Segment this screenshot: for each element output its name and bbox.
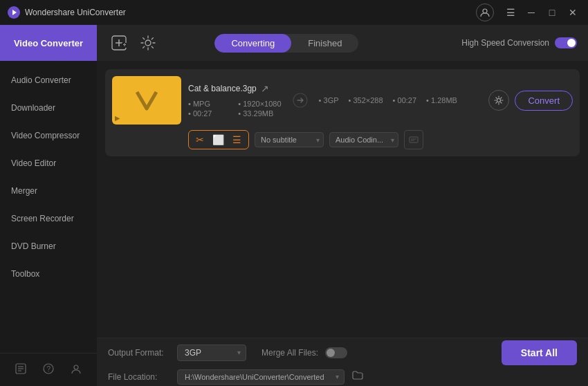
sidebar-bottom: ?	[0, 353, 97, 386]
output-format-row: Output Format: 3GP MP4 AVI Merge All Fil…	[108, 340, 577, 365]
sidebar-item-dvd-burner[interactable]: DVD Burner	[0, 232, 97, 260]
tool-btn-group: ✂ ⬜ ☰	[188, 130, 249, 149]
sidebar-header: Video Converter	[0, 25, 97, 61]
user-icon[interactable]	[476, 3, 494, 21]
filename: Cat & balance.3gp	[188, 84, 257, 93]
question-icon[interactable]: ?	[42, 362, 55, 378]
help-book-icon[interactable]	[15, 362, 27, 378]
effects-tool-button[interactable]: ☰	[230, 133, 244, 147]
target-duration: • 00:27	[393, 96, 416, 104]
settings-button[interactable]	[137, 32, 159, 54]
app-logo: Wondershare UniConverter	[7, 6, 476, 19]
file-info-target: • 3GP • 352×288 • 00:27 • 1.28MB	[319, 76, 482, 125]
file-location-label: File Location:	[108, 372, 170, 382]
tab-converting[interactable]: Converting	[214, 34, 291, 53]
output-format-select-wrapper: 3GP MP4 AVI	[177, 344, 246, 361]
sidebar: Video Converter Audio Converter Download…	[0, 25, 97, 386]
speed-toggle[interactable]	[555, 37, 577, 48]
file-location-row: File Location: H:\Wondershare\UniConvert…	[108, 369, 577, 385]
target-resolution: • 352×288	[349, 96, 383, 104]
crop-tool-button[interactable]: ⬜	[210, 133, 227, 147]
file-info-source: Cat & balance.3gp ↗ • MPG • 1920×1080 • …	[188, 76, 282, 125]
sidebar-items: Audio Converter Downloader Video Compres…	[0, 61, 97, 353]
convert-button[interactable]: Convert	[515, 91, 573, 111]
app-logo-icon	[7, 6, 21, 19]
conversion-arrow-icon	[288, 76, 312, 125]
start-all-button[interactable]: Start All	[502, 340, 577, 365]
speed-toggle-group: High Speed Conversion	[461, 37, 577, 48]
svg-point-2	[483, 9, 487, 13]
minimize-button[interactable]: ─	[523, 4, 540, 21]
file-list-area: ▶ Cat & balance.3gp ↗ • MPG • 1920×1080 …	[97, 61, 588, 338]
sidebar-item-video-compressor[interactable]: Video Compressor	[0, 122, 97, 149]
main-layout: Video Converter Audio Converter Download…	[0, 25, 588, 386]
add-file-button[interactable]	[108, 32, 130, 54]
sidebar-item-audio-converter[interactable]: Audio Converter	[0, 66, 97, 94]
external-link-icon[interactable]: ↗	[261, 83, 269, 94]
sidebar-item-screen-recorder[interactable]: Screen Recorder	[0, 205, 97, 232]
top-bar-actions	[108, 32, 159, 54]
file-name-row: Cat & balance.3gp ↗	[188, 83, 282, 94]
target-size: • 1.28MB	[426, 96, 457, 104]
sidebar-item-toolbox[interactable]: Toolbox	[0, 260, 97, 288]
svg-text:?: ?	[47, 365, 51, 373]
tab-finished[interactable]: Finished	[291, 34, 358, 53]
content-area: Converting Finished High Speed Conversio…	[97, 25, 588, 386]
settings-gear-button[interactable]	[488, 90, 509, 111]
source-format: • MPG	[188, 100, 231, 108]
output-format-label: Output Format:	[108, 348, 170, 358]
bottom-bar: Output Format: 3GP MP4 AVI Merge All Fil…	[97, 338, 588, 386]
audio-codec-select[interactable]: Audio Codin...	[329, 132, 398, 147]
browse-folder-button[interactable]	[351, 369, 364, 385]
thumb-label: ▶	[115, 115, 120, 122]
cut-tool-button[interactable]: ✂	[193, 133, 207, 147]
output-format-select[interactable]: 3GP MP4 AVI	[177, 344, 246, 361]
title-bar: Wondershare UniConverter ☰ ─ □ ✕	[0, 0, 588, 25]
maximize-button[interactable]: □	[544, 4, 560, 21]
svg-point-14	[145, 40, 151, 46]
thumbnail-v-logo	[131, 85, 162, 116]
speed-label: High Speed Conversion	[461, 38, 549, 48]
file-card-top: ▶ Cat & balance.3gp ↗ • MPG • 1920×1080 …	[112, 76, 573, 125]
file-meta-source: • MPG • 1920×1080 • 00:27 • 33.29MB	[188, 100, 282, 118]
target-format: • 3GP	[319, 96, 339, 104]
file-card-actions: Convert	[488, 76, 573, 125]
sidebar-item-downloader[interactable]: Downloader	[0, 94, 97, 122]
merge-label: Merge All Files:	[261, 348, 318, 358]
subtitle-select-wrapper: No subtitle	[255, 132, 324, 147]
svg-point-16	[497, 99, 501, 102]
sidebar-item-merger[interactable]: Merger	[0, 177, 97, 205]
audio-select-wrapper: Audio Codin...	[329, 132, 398, 147]
file-thumbnail: ▶	[112, 76, 181, 125]
source-duration: • 00:27	[188, 109, 231, 118]
subtitle-add-button[interactable]	[404, 130, 423, 149]
file-card-bottom: ✂ ⬜ ☰ No subtitle Audio Codin...	[112, 130, 573, 149]
file-card: ▶ Cat & balance.3gp ↗ • MPG • 1920×1080 …	[105, 69, 580, 156]
file-location-select[interactable]: H:\Wondershare\UniConverter\Converted	[177, 369, 344, 385]
svg-rect-17	[410, 137, 418, 143]
file-path-select-wrapper: H:\Wondershare\UniConverter\Converted	[177, 369, 344, 385]
subtitle-select[interactable]: No subtitle	[255, 132, 324, 147]
file-meta-target: • 3GP • 352×288 • 00:27 • 1.28MB	[319, 96, 482, 104]
app-title: Wondershare UniConverter	[25, 8, 126, 17]
window-controls: ☰ ─ □ ✕	[476, 3, 581, 21]
source-size: • 33.29MB	[238, 109, 281, 118]
close-button[interactable]: ✕	[564, 4, 581, 21]
top-bar: Converting Finished High Speed Conversio…	[97, 25, 588, 61]
source-resolution: • 1920×1080	[238, 100, 281, 108]
tab-group: Converting Finished	[214, 34, 358, 53]
sidebar-item-video-editor[interactable]: Video Editor	[0, 149, 97, 177]
merge-toggle[interactable]	[325, 347, 347, 358]
account-icon[interactable]	[70, 362, 82, 378]
menu-button[interactable]: ☰	[502, 4, 519, 21]
svg-point-9	[74, 365, 78, 369]
